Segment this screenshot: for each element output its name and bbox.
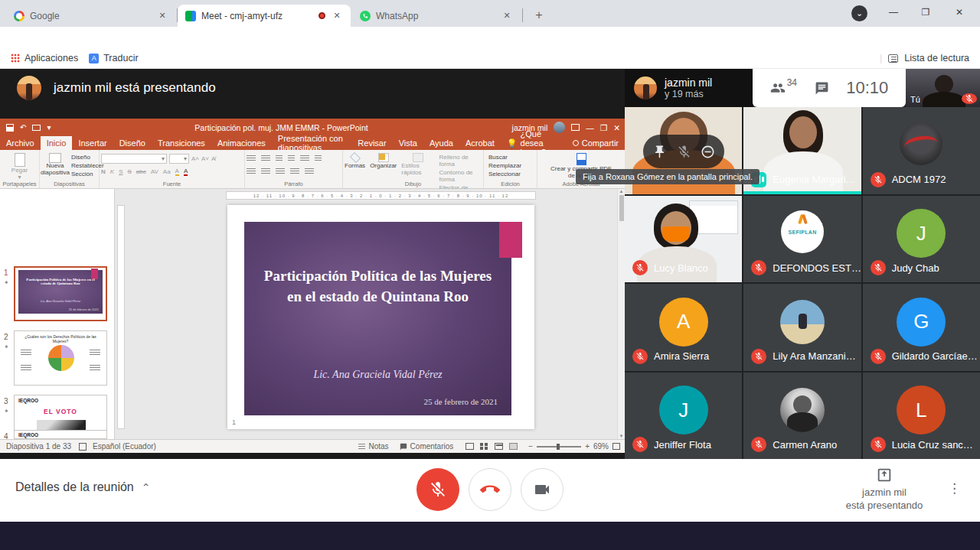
shape-fill-button[interactable]: Relleno de forma: [439, 154, 482, 168]
font-color-button[interactable]: A: [184, 168, 188, 176]
highlight-button[interactable]: A: [175, 168, 179, 176]
grow-font-icon[interactable]: A˄: [191, 155, 199, 162]
ribbon-display-options-icon[interactable]: [571, 124, 580, 131]
mic-toggle-button[interactable]: [416, 468, 459, 511]
increase-indent-icon[interactable]: [288, 155, 295, 162]
menu-tab-archivo[interactable]: Archivo: [0, 136, 41, 150]
menu-tab-vista[interactable]: Vista: [393, 136, 423, 150]
participant-tile[interactable]: Lucy Blanco: [625, 196, 742, 283]
tab-close-icon[interactable]: ✕: [501, 10, 513, 22]
menu-tab-revisar[interactable]: Revisar: [351, 136, 392, 150]
chat-button[interactable]: [815, 81, 829, 96]
remove-participant-icon[interactable]: [701, 145, 715, 159]
slide-thumbnail-1[interactable]: Participación Política de las Mujeres en…: [14, 266, 107, 321]
present-icon[interactable]: [876, 467, 893, 483]
share-button[interactable]: Compartir: [567, 136, 625, 150]
new-slide-button[interactable]: Nueva diapositiva: [41, 153, 69, 177]
pin-icon[interactable]: [652, 145, 667, 159]
ppt-close-button[interactable]: ✕: [613, 123, 620, 132]
shadow-button[interactable]: abc: [136, 168, 146, 175]
participant-tile[interactable]: Carmen Arano: [743, 373, 861, 460]
scroll-up-icon[interactable]: ▲: [618, 189, 625, 194]
change-case-button[interactable]: Aa: [163, 168, 171, 175]
align-center-icon[interactable]: [261, 168, 270, 175]
mute-participant-icon[interactable]: [677, 145, 691, 159]
columns-icon[interactable]: [305, 168, 314, 175]
slide-sorter-view-icon[interactable]: [480, 443, 488, 450]
reading-view-icon[interactable]: [495, 443, 503, 450]
participant-tile[interactable]: Eugenia Margari…: [743, 107, 861, 194]
italic-button[interactable]: K: [110, 168, 114, 175]
ppt-minimize-button[interactable]: —: [586, 123, 594, 132]
meeting-details-button[interactable]: Detalles de la reunión ⌃: [15, 480, 151, 494]
fit-to-window-icon[interactable]: [612, 443, 620, 450]
participant-tile[interactable]: L Lucia Cruz sanc…: [863, 373, 980, 460]
slideshow-view-icon[interactable]: [509, 443, 518, 450]
text-direction-icon[interactable]: [315, 155, 322, 162]
participant-tile[interactable]: A Amira Sierra: [625, 284, 742, 371]
camera-toggle-button[interactable]: [521, 468, 564, 511]
select-button[interactable]: Seleccionar: [488, 171, 535, 177]
zoom-slider[interactable]: [537, 446, 581, 447]
more-options-icon[interactable]: ⋮: [948, 480, 961, 496]
align-left-icon[interactable]: [247, 168, 256, 175]
hang-up-button[interactable]: [469, 468, 511, 511]
underline-button[interactable]: S: [119, 168, 122, 175]
notes-button[interactable]: Notas: [358, 442, 388, 451]
window-minimize-button[interactable]: —: [877, 0, 910, 24]
menu-tab-diseno[interactable]: Diseño: [113, 136, 152, 150]
reading-list-button[interactable]: | Lista de lectura: [880, 53, 969, 63]
menu-tab-animaciones[interactable]: Animaciones: [211, 136, 272, 150]
ppt-restore-button[interactable]: ❐: [600, 123, 607, 132]
comments-button[interactable]: Comentarios: [400, 442, 454, 451]
tell-me-box[interactable]: 💡¿Qué desea hacer?: [501, 136, 567, 150]
new-tab-button[interactable]: +: [530, 6, 548, 24]
participant-tile[interactable]: SEFIPLAN DEFONDOS EST…: [743, 196, 861, 283]
char-spacing-button[interactable]: AV: [151, 168, 158, 175]
media-controls-button[interactable]: ⌄: [851, 5, 867, 21]
decrease-indent-icon[interactable]: [276, 155, 283, 162]
menu-tab-acrobat[interactable]: Acrobat: [459, 136, 501, 150]
bold-button[interactable]: N: [101, 168, 106, 175]
numbering-icon[interactable]: [261, 155, 270, 162]
tab-google[interactable]: Google ✕: [6, 5, 176, 27]
bookmark-translate[interactable]: A Traducir: [89, 53, 138, 63]
bookmark-apps[interactable]: Aplicaciones: [11, 53, 78, 63]
replace-button[interactable]: Reemplazar: [488, 162, 535, 169]
participant-tile[interactable]: J Jeniffer Flota: [625, 373, 742, 460]
tab-whatsapp[interactable]: WhatsApp ✕: [352, 5, 521, 27]
menu-tab-insertar[interactable]: Insertar: [72, 136, 113, 150]
zoom-in-icon[interactable]: +: [585, 442, 590, 451]
font-size-combobox[interactable]: ▾: [169, 154, 189, 164]
participants-button[interactable]: 34: [770, 80, 797, 96]
participant-tile[interactable]: J Judy Chab: [863, 196, 980, 283]
slide-thumbnail-4[interactable]: IEQROO: [14, 430, 107, 439]
window-restore-button[interactable]: ❐: [910, 0, 942, 24]
tab-meet[interactable]: Meet - cmj-amyt-ufz ✕: [178, 5, 351, 27]
scrollbar-thumb[interactable]: [619, 195, 624, 221]
shrink-font-icon[interactable]: A˅: [201, 155, 209, 162]
language-status[interactable]: Español (Ecuador): [93, 442, 156, 451]
slideshow-icon[interactable]: [32, 125, 41, 131]
bullets-icon[interactable]: [247, 155, 256, 162]
participant-tile[interactable]: ADCM 1972: [863, 107, 980, 194]
slide-thumbnail-2[interactable]: ¿Cuáles son los Derechos Políticos de la…: [14, 330, 107, 386]
slide-editor[interactable]: Participación Política de las Mujeres en…: [227, 205, 534, 429]
justify-icon[interactable]: [290, 168, 299, 175]
menu-tab-inicio[interactable]: Inicio: [41, 136, 73, 150]
spellcheck-icon[interactable]: [79, 443, 87, 451]
tab-close-icon[interactable]: ✕: [156, 10, 168, 22]
window-close-button[interactable]: ✕: [943, 0, 975, 24]
participant-tile[interactable]: G Gildardo Garcíae…: [863, 284, 980, 371]
align-right-icon[interactable]: [276, 168, 285, 175]
scroll-down-icon[interactable]: ▼: [618, 434, 625, 438]
presenter-summary[interactable]: jazmin mil y 19 más: [625, 69, 753, 107]
menu-tab-ayuda[interactable]: Ayuda: [423, 136, 459, 150]
font-name-combobox[interactable]: ▾: [101, 154, 167, 164]
normal-view-icon[interactable]: [466, 443, 474, 450]
tab-close-icon[interactable]: ✕: [331, 10, 343, 22]
clear-format-icon[interactable]: A̸: [211, 155, 215, 162]
self-video-tile[interactable]: Tú: [906, 69, 980, 107]
strikethrough-button[interactable]: S: [127, 168, 131, 175]
undo-icon[interactable]: ↶: [20, 123, 26, 132]
